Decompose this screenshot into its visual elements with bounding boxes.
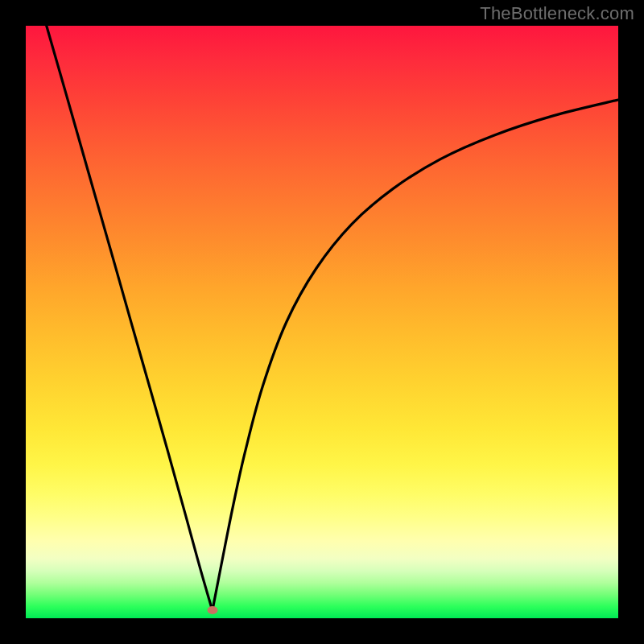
watermark-text: TheBottleneck.com <box>480 3 634 24</box>
curve-left-branch <box>47 26 213 610</box>
plot-area <box>26 26 618 618</box>
curve-right-branch <box>213 100 618 610</box>
bottleneck-curve <box>26 26 618 618</box>
minimum-marker <box>207 606 217 614</box>
chart-frame: TheBottleneck.com <box>0 0 644 644</box>
